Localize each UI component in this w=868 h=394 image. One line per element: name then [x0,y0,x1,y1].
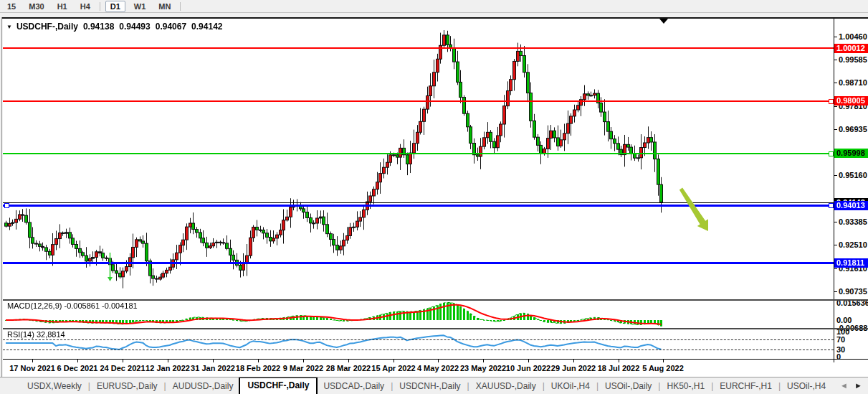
price-tick-label: 1.00460 [839,32,867,41]
date-tick-mark [77,360,78,362]
ohlc-high: 0.94493 [119,22,150,32]
rsi-axis-label: 70 [836,335,845,344]
date-tick-mark [32,360,33,362]
timeframe-button-h4[interactable]: H4 [76,1,95,11]
hline-label-095998: 0.95998 [834,149,868,158]
timeframe-button-w1[interactable]: W1 [130,1,151,11]
price-tick-label: 0.95160 [839,171,867,179]
date-tick-mark [663,360,664,362]
timeframe-button-m30[interactable]: M30 [24,1,48,11]
macd-panel-separator[interactable] [3,299,868,301]
date-axis: 17 Nov 20216 Dec 202124 Dec 202112 Jan 2… [3,359,868,377]
tab-scroll-left-icon[interactable]: ◄ [840,381,848,390]
chart-window-top-border [2,17,868,19]
tab-separator: | [778,381,781,391]
tab-separator: | [596,381,598,391]
trading-terminal: 15M30H1H4D1W1MN ▼USDCHF-,Daily0.941380.9… [0,0,868,394]
rsi-indicator-label: RSI(14) 32,8814 [7,330,65,339]
hline-handle-right[interactable] [829,151,834,156]
toolbar-separator [100,2,100,11]
hline-handle-right[interactable] [829,203,834,208]
price-tick-label: 0.96935 [839,125,867,133]
hline-098005[interactable] [3,100,834,102]
chart-tab-usdx-weekly[interactable]: USDX,Weekly [22,379,87,393]
date-tick-mark [483,360,484,362]
small-sell-arrow-annotation[interactable] [106,251,115,284]
chart-tab-eurusd-daily[interactable]: EURUSD-,Daily [91,379,163,393]
hline-095998[interactable] [3,153,834,154]
price-tick-label: 0.99585 [839,55,867,64]
chart-tab-ukoil-h4[interactable]: UKOil-,H4 [545,379,596,393]
tab-separator: | [164,381,166,391]
chart-tab-usdchf-daily[interactable]: USDCHF-,Daily [239,377,318,394]
chart-shift-marker-icon[interactable] [659,19,668,24]
date-tick-mark [213,360,214,362]
down-arrow-annotation[interactable] [674,183,713,237]
rsi-level-line-70 [3,339,834,340]
chart-title: ▼USDCHF-,Daily0.941380.944930.940670.941… [6,22,228,32]
timeframe-toolbar: 15M30H1H4D1W1MN [0,0,868,13]
price-tick-label: 0.98710 [839,78,867,87]
chart-tab-hk50-h1[interactable]: HK50-,H1 [661,379,710,393]
timeframe-button-mn[interactable]: MN [154,1,175,11]
tab-separator: | [711,381,713,391]
timeframe-button-15[interactable]: 15 [3,1,20,11]
date-tick-mark [303,360,304,362]
ohlc-close: 0.94142 [191,22,222,32]
chart-tab-usdcnh-daily[interactable]: USDCNH-,Daily [394,379,466,393]
toolbar-separator [180,2,181,11]
date-tick-mark [348,360,349,362]
rsi-level-line-30 [3,350,834,350]
date-tick-mark [573,360,574,362]
timeframe-button-h1[interactable]: H1 [53,1,72,11]
chart-tab-usoil-daily[interactable]: USOil-,Daily [599,379,657,393]
macd-indicator-label: MACD(12,26,9) -0.005861 -0.004181 [7,301,138,310]
price-axis-line [834,19,834,362]
hline-091811[interactable] [3,262,834,264]
hline-100012[interactable] [3,47,834,49]
date-tick-mark [619,360,619,362]
chart-tab-bar: USDX,Weekly|EURUSD-,Daily|AUDUSD-,DailyU… [0,377,868,394]
date-tick-mark [528,360,529,362]
hline-label-091811: 0.91811 [834,258,868,268]
date-tick-mark [123,360,123,362]
hline-handle-right[interactable] [829,99,834,104]
tab-separator: | [391,381,393,391]
tab-separator: | [467,381,469,391]
date-label: 5 Aug 2022 [627,364,699,372]
chart-window-left-border [1,17,2,394]
hline-handle-left[interactable] [4,203,9,208]
chart-tab-eurchf-h1[interactable]: EURCHF-,H1 [714,379,778,393]
chart-tab-xauusd-daily[interactable]: XAUUSD-,Daily [470,379,542,393]
hline-label-098005: 0.98005 [834,96,868,105]
hline-label-100012: 1.00012 [834,44,868,53]
chart-tab-usoil-h4[interactable]: USOil-,H4 [781,379,831,393]
chart-tab-usdcad-daily[interactable]: USDCAD-,Daily [318,379,390,393]
price-tick-label: 0.93385 [839,217,867,226]
timeframe-button-d1[interactable]: D1 [105,1,125,12]
date-tick-mark [168,360,168,362]
tab-separator: | [658,381,660,391]
date-tick-mark [394,360,394,362]
ohlc-low: 0.94067 [156,22,186,32]
symbol-dropdown-icon[interactable]: ▼ [6,24,12,30]
chart-tab-audusd-daily[interactable]: AUDUSD-,Daily [167,379,239,393]
price-tick-label: 0.92510 [839,240,867,249]
rsi-panel-separator[interactable] [3,328,868,329]
hline-label-094013: 0.94013 [834,201,868,210]
rsi-axis-label: 0 [836,352,841,361]
tab-separator: | [88,381,90,391]
ohlc-open: 0.94138 [83,22,114,32]
tab-separator: | [543,381,545,391]
down-arrow-shape[interactable] [679,188,708,231]
price-tick-label: 0.90735 [839,287,867,296]
date-tick-mark [438,360,439,362]
chart-symbol: USDCHF-,Daily [16,22,78,32]
date-tick-mark [258,360,259,362]
tab-scroll-right-icon[interactable]: ► [854,381,862,390]
